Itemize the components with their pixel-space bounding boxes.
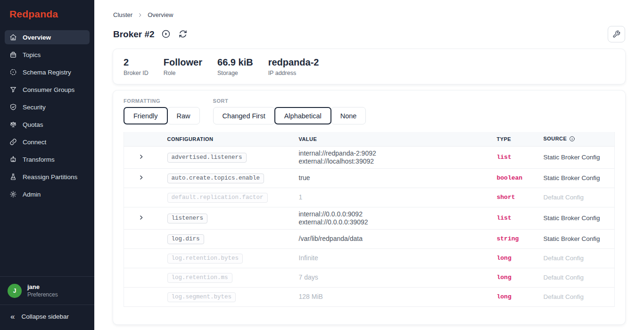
table-row: auto.create.topics.enable true boolean S… — [124, 168, 615, 188]
expander-column-header — [124, 132, 164, 146]
gear-icon — [9, 190, 17, 198]
user-preferences-link[interactable]: Preferences — [27, 291, 58, 298]
schema-icon — [9, 68, 17, 76]
sidebar-item-reassign-partitions[interactable]: Reassign Partitions — [5, 170, 90, 184]
stat-label: Broker ID — [124, 70, 149, 76]
chevron-right-icon — [137, 12, 143, 18]
config-type: long — [493, 287, 540, 306]
refresh-button[interactable] — [178, 29, 189, 40]
funnel-icon — [9, 86, 17, 93]
flask-icon — [9, 173, 17, 181]
expand-row-button[interactable] — [138, 214, 144, 221]
user-menu[interactable]: J jane Preferences — [0, 276, 94, 305]
wrench-button[interactable] — [608, 26, 625, 42]
source-column-header: SOURCE — [540, 132, 615, 146]
formatting-friendly-button[interactable]: Friendly — [124, 107, 168, 124]
collapse-sidebar-label: Collapse sidebar — [21, 313, 69, 320]
config-value: internal://0.0.0.0:9092external://0.0.0.… — [295, 207, 493, 229]
config-source: Static Broker Config — [540, 168, 615, 188]
config-value: internal://redpanda-2:9092external://loc… — [295, 146, 493, 168]
config-type: short — [493, 188, 540, 207]
sidebar-item-security[interactable]: Security — [5, 100, 90, 114]
config-value: 1 — [295, 188, 493, 207]
main-content: Cluster Overview Broker #2 2 Broker ID F… — [94, 0, 644, 330]
redpanda-logo: Redpanda — [0, 0, 94, 26]
config-key: log.dirs — [167, 234, 204, 244]
sidebar-item-schema-registry[interactable]: Schema Registry — [5, 65, 90, 79]
sidebar-item-consumer-groups[interactable]: Consumer Groups — [5, 82, 90, 97]
sidebar-item-label: Connect — [23, 139, 46, 146]
stat-value: Follower — [164, 57, 202, 68]
config-value: /var/lib/redpanda/data — [295, 229, 493, 248]
table-row: advertised.listeners internal://redpanda… — [124, 146, 615, 168]
config-table-body: advertised.listeners internal://redpanda… — [124, 146, 615, 306]
sort-alphabetical-button[interactable]: Alphabetical — [274, 107, 331, 124]
formatting-label: FORMATTING — [124, 98, 199, 104]
config-type: long — [493, 268, 540, 287]
sidebar-item-overview[interactable]: Overview — [5, 30, 90, 44]
formatting-raw-button[interactable]: Raw — [167, 107, 200, 124]
sort-group: SORT Changed First Alphabetical None — [213, 98, 366, 124]
sidebar-item-label: Transforms — [23, 156, 55, 163]
config-type: string — [493, 229, 540, 248]
play-circle-button[interactable] — [161, 29, 172, 40]
sidebar-item-quotas[interactable]: Quotas — [5, 117, 90, 132]
stat-label: Role — [164, 70, 202, 76]
collapse-sidebar-button[interactable]: « Collapse sidebar — [0, 305, 94, 330]
table-controls: FORMATTING Friendly Raw SORT Changed Fir… — [124, 98, 615, 124]
stat-ip-address: redpanda-2 IP address — [268, 57, 319, 76]
table-row: log.segment.bytes 128 MiB long Default C… — [124, 287, 615, 306]
page-title: Broker #2 — [113, 29, 155, 40]
stat-storage: 66.9 kiB Storage — [217, 57, 253, 76]
sidebar-item-admin[interactable]: Admin — [5, 187, 90, 201]
config-source: Default Config — [540, 268, 615, 287]
config-type: list — [493, 146, 540, 168]
config-source: Static Broker Config — [540, 146, 615, 168]
scales-icon — [9, 121, 17, 128]
config-key: log.segment.bytes — [167, 292, 236, 302]
formatting-group: FORMATTING Friendly Raw — [124, 98, 199, 124]
sort-none-button[interactable]: None — [331, 107, 366, 124]
box-icon — [9, 51, 17, 58]
expand-row-button[interactable] — [138, 174, 144, 181]
sort-changed-first-button[interactable]: Changed First — [213, 107, 275, 124]
config-value: 128 MiB — [295, 287, 493, 306]
info-icon[interactable] — [569, 136, 575, 142]
config-type: long — [493, 248, 540, 268]
expand-row-button[interactable] — [138, 154, 144, 160]
user-name: jane — [27, 283, 58, 290]
sidebar-item-label: Reassign Partitions — [23, 173, 77, 181]
configuration-column-header: CONFIGURATION — [164, 132, 295, 146]
config-key: default.replication.factor — [167, 193, 268, 203]
config-type: boolean — [493, 168, 540, 188]
sidebar-nav: Overview Topics Schema Registry Consumer… — [0, 26, 94, 205]
breadcrumb-overview[interactable]: Overview — [148, 11, 173, 18]
shield-check-icon — [9, 103, 17, 111]
config-key: advertised.listeners — [167, 153, 247, 163]
config-card: FORMATTING Friendly Raw SORT Changed Fir… — [113, 91, 625, 324]
table-header-row: CONFIGURATION VALUE TYPE SOURCE — [124, 132, 615, 146]
sidebar-item-label: Schema Registry — [23, 69, 71, 76]
config-key: log.retention.ms — [167, 273, 232, 283]
sidebar-item-label: Quotas — [23, 121, 43, 128]
sidebar: Redpanda Overview Topics Schema Registry… — [0, 0, 94, 330]
sidebar-item-topics[interactable]: Topics — [5, 48, 90, 62]
config-key: listeners — [167, 214, 208, 223]
config-key: log.retention.bytes — [167, 254, 243, 264]
sidebar-item-label: Consumer Groups — [23, 86, 74, 93]
sidebar-item-label: Overview — [23, 34, 51, 41]
config-source: Default Config — [540, 188, 615, 207]
sidebar-item-label: Topics — [23, 51, 41, 58]
stat-value: 2 — [124, 57, 149, 68]
stat-broker-id: 2 Broker ID — [124, 57, 149, 76]
sidebar-item-transforms[interactable]: Transforms — [5, 152, 90, 166]
breadcrumb-cluster[interactable]: Cluster — [113, 11, 132, 18]
sidebar-item-connect[interactable]: Connect — [5, 135, 90, 149]
config-source: Default Config — [540, 287, 615, 306]
config-value: Infinite — [295, 248, 493, 268]
double-chevron-left-icon: « — [10, 313, 15, 321]
type-column-header: TYPE — [493, 132, 540, 146]
sidebar-item-label: Admin — [23, 191, 41, 198]
sidebar-item-label: Security — [23, 104, 46, 111]
config-value: true — [295, 168, 493, 188]
